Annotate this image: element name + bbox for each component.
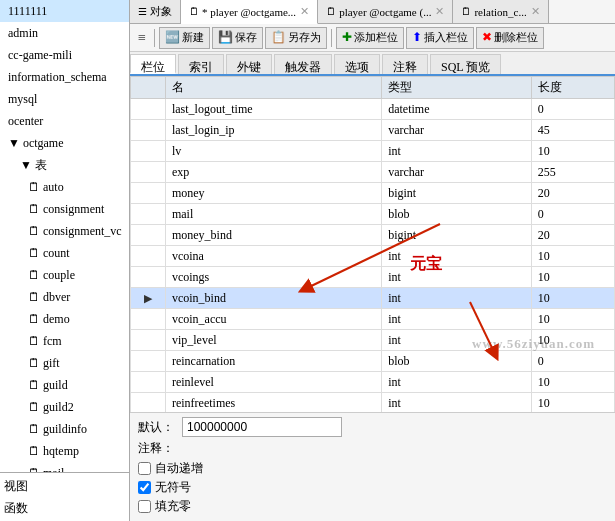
col-name-cell[interactable]: vcoina bbox=[165, 246, 381, 267]
col-type-header[interactable]: 类型 bbox=[382, 77, 532, 99]
col-length-cell[interactable]: 0 bbox=[531, 204, 614, 225]
table-row[interactable]: vcoin_accuint10 bbox=[131, 309, 615, 330]
col-length-cell[interactable]: 10 bbox=[531, 330, 614, 351]
col-type-cell[interactable]: int bbox=[382, 393, 532, 413]
table-row[interactable]: mailblob0 bbox=[131, 204, 615, 225]
col-name-cell[interactable]: last_login_ip bbox=[165, 120, 381, 141]
col-type-cell[interactable]: int bbox=[382, 246, 532, 267]
table-row[interactable]: moneybigint20 bbox=[131, 183, 615, 204]
col-length-cell[interactable]: 255 bbox=[531, 162, 614, 183]
table-row[interactable]: reinlevelint10 bbox=[131, 372, 615, 393]
col-name-cell[interactable]: exp bbox=[165, 162, 381, 183]
table-row[interactable]: money_bindbigint20 bbox=[131, 225, 615, 246]
sidebar-item-hqtemp[interactable]: 🗒 hqtemp bbox=[0, 440, 129, 462]
tab-objects[interactable]: ☰ 对象 bbox=[130, 0, 181, 23]
tab-sql-preview[interactable]: SQL 预览 bbox=[430, 54, 501, 74]
sidebar-item-consignment_vc[interactable]: 🗒 consignment_vc bbox=[0, 220, 129, 242]
col-length-cell[interactable]: 20 bbox=[531, 225, 614, 246]
tab-relation[interactable]: 🗒 relation_c... ✕ bbox=[453, 0, 548, 23]
col-name-cell[interactable]: money_bind bbox=[165, 225, 381, 246]
col-type-cell[interactable]: bigint bbox=[382, 183, 532, 204]
sidebar-item-views[interactable]: 视图 bbox=[0, 475, 129, 497]
tab-trigger[interactable]: 触发器 bbox=[274, 54, 332, 74]
sidebar-item-consignment[interactable]: 🗒 consignment bbox=[0, 198, 129, 220]
col-length-cell[interactable]: 10 bbox=[531, 141, 614, 162]
col-length-header[interactable]: 长度 bbox=[531, 77, 614, 99]
table-row[interactable]: expvarchar255 bbox=[131, 162, 615, 183]
unsigned-checkbox[interactable] bbox=[138, 481, 151, 494]
default-input[interactable] bbox=[182, 417, 342, 437]
col-length-cell[interactable]: 45 bbox=[531, 120, 614, 141]
sidebar-item-表[interactable]: ▼ 表 bbox=[0, 154, 129, 176]
col-type-cell[interactable]: datetime bbox=[382, 99, 532, 120]
col-length-cell[interactable]: 10 bbox=[531, 309, 614, 330]
add-col-button[interactable]: ✚ 添加栏位 bbox=[336, 27, 404, 49]
col-name-cell[interactable]: reinfreetimes bbox=[165, 393, 381, 413]
col-type-cell[interactable]: int bbox=[382, 372, 532, 393]
sidebar-item-mail[interactable]: 🗒 mail bbox=[0, 462, 129, 472]
tab-options[interactable]: 选项 bbox=[334, 54, 380, 74]
col-name-cell[interactable]: lv bbox=[165, 141, 381, 162]
sidebar-item-couple[interactable]: 🗒 couple bbox=[0, 264, 129, 286]
col-type-cell[interactable]: blob bbox=[382, 204, 532, 225]
col-type-cell[interactable]: varchar bbox=[382, 162, 532, 183]
col-type-cell[interactable]: int bbox=[382, 309, 532, 330]
col-name-header[interactable]: 名 bbox=[165, 77, 381, 99]
tab-foreign-key[interactable]: 外键 bbox=[226, 54, 272, 74]
sidebar-item-guild[interactable]: 🗒 guild bbox=[0, 374, 129, 396]
insert-col-button[interactable]: ⬆ 插入栏位 bbox=[406, 27, 474, 49]
tab-player-active[interactable]: 🗒 * player @octgame... ✕ bbox=[181, 0, 318, 24]
table-row[interactable]: vcoingsint10 bbox=[131, 267, 615, 288]
sidebar-item-admin[interactable]: admin bbox=[0, 22, 129, 44]
save-as-button[interactable]: 📋 另存为 bbox=[265, 27, 327, 49]
table-container[interactable]: 名 类型 长度 last_logout_timedatetime0last_lo… bbox=[130, 76, 615, 412]
tab-player2[interactable]: 🗒 player @octgame (... ✕ bbox=[318, 0, 453, 23]
sidebar-item-guildinfo[interactable]: 🗒 guildinfo bbox=[0, 418, 129, 440]
table-row[interactable]: vcoinaint10 bbox=[131, 246, 615, 267]
col-name-cell[interactable]: vip_level bbox=[165, 330, 381, 351]
auto-increment-checkbox[interactable] bbox=[138, 462, 151, 475]
col-length-cell[interactable]: 10 bbox=[531, 288, 614, 309]
col-length-cell[interactable]: 10 bbox=[531, 372, 614, 393]
sidebar-item-count[interactable]: 🗒 count bbox=[0, 242, 129, 264]
sidebar-item-gift[interactable]: 🗒 gift bbox=[0, 352, 129, 374]
col-name-cell[interactable]: last_logout_time bbox=[165, 99, 381, 120]
col-name-cell[interactable]: money bbox=[165, 183, 381, 204]
sidebar-item-information_schema[interactable]: information_schema bbox=[0, 66, 129, 88]
table-row[interactable]: lvint10 bbox=[131, 141, 615, 162]
tab-close-2[interactable]: ✕ bbox=[435, 5, 444, 18]
tab-index[interactable]: 索引 bbox=[178, 54, 224, 74]
fill-zero-checkbox[interactable] bbox=[138, 500, 151, 513]
tab-close-3[interactable]: ✕ bbox=[531, 5, 540, 18]
sidebar-item-functions[interactable]: 函数 bbox=[0, 497, 129, 519]
tab-comment[interactable]: 注释 bbox=[382, 54, 428, 74]
sidebar-scroll[interactable]: 1111111admincc-game-miliinformation_sche… bbox=[0, 0, 129, 472]
save-button[interactable]: 💾 保存 bbox=[212, 27, 263, 49]
col-name-cell[interactable]: reinlevel bbox=[165, 372, 381, 393]
sidebar-item-cc-game-mili[interactable]: cc-game-mili bbox=[0, 44, 129, 66]
col-length-cell[interactable]: 10 bbox=[531, 246, 614, 267]
sidebar-item-auto[interactable]: 🗒 auto bbox=[0, 176, 129, 198]
col-name-cell[interactable]: reincarnation bbox=[165, 351, 381, 372]
sidebar-item-guild2[interactable]: 🗒 guild2 bbox=[0, 396, 129, 418]
col-name-cell[interactable]: vcoin_accu bbox=[165, 309, 381, 330]
col-name-cell[interactable]: vcoings bbox=[165, 267, 381, 288]
col-length-cell[interactable]: 10 bbox=[531, 267, 614, 288]
fill-zero-label[interactable]: 填充零 bbox=[155, 498, 191, 515]
sidebar-item-1111111[interactable]: 1111111 bbox=[0, 0, 129, 22]
new-button[interactable]: 🆕 新建 bbox=[159, 27, 210, 49]
col-length-cell[interactable]: 20 bbox=[531, 183, 614, 204]
col-type-cell[interactable]: int bbox=[382, 267, 532, 288]
tab-close-active[interactable]: ✕ bbox=[300, 5, 309, 18]
col-length-cell[interactable]: 0 bbox=[531, 99, 614, 120]
col-name-cell[interactable]: vcoin_bind bbox=[165, 288, 381, 309]
col-type-cell[interactable]: int bbox=[382, 330, 532, 351]
sidebar-item-octgame[interactable]: ▼ octgame bbox=[0, 132, 129, 154]
sidebar-item-fcm[interactable]: 🗒 fcm bbox=[0, 330, 129, 352]
sidebar-item-demo[interactable]: 🗒 demo bbox=[0, 308, 129, 330]
unsigned-label[interactable]: 无符号 bbox=[155, 479, 191, 496]
table-row[interactable]: last_logout_timedatetime0 bbox=[131, 99, 615, 120]
col-type-cell[interactable]: int bbox=[382, 141, 532, 162]
sidebar-item-mysql[interactable]: mysql bbox=[0, 88, 129, 110]
table-row[interactable]: vip_levelint10 bbox=[131, 330, 615, 351]
